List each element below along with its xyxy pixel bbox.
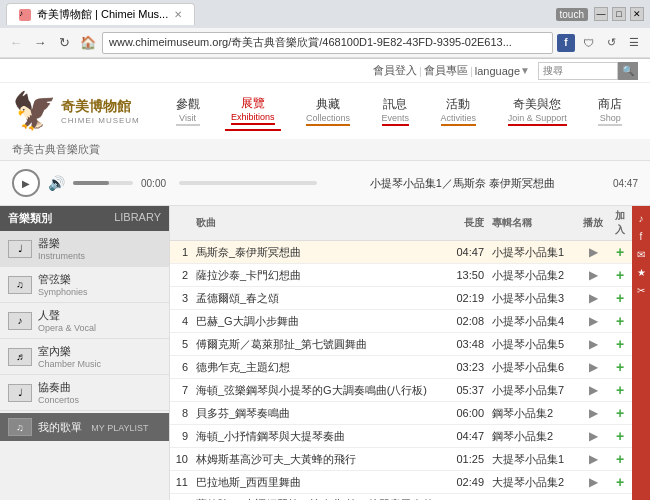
mail-icon[interactable]: ✉ [633,246,649,262]
song-play-button[interactable]: ▶ [589,314,598,328]
minimize-button[interactable]: — [594,7,608,21]
nav-cn-label: 典藏 [306,96,350,113]
reload-button[interactable]: ↻ [54,33,74,53]
song-play-button[interactable]: ▶ [589,245,598,259]
song-name[interactable]: 巴拉地斯_西西里舞曲 [192,471,448,494]
sidebar-item-symphonies[interactable]: ♫ 管弦樂 Symphonies [0,267,169,303]
facebook-icon[interactable]: f [557,34,575,52]
search-button[interactable]: 🔍 [618,62,638,80]
facebook-share-icon[interactable]: f [633,228,649,244]
home-button[interactable]: 🏠 [78,33,98,53]
song-play-button[interactable]: ▶ [589,268,598,282]
song-add-button[interactable]: + [616,382,624,398]
song-name[interactable]: 傅爾克斯／葛萊那扯_第七號圓舞曲 [192,333,448,356]
tab-close-button[interactable]: ✕ [174,9,182,20]
song-name[interactable]: 薩拉沙泰_卡門幻想曲 [192,264,448,287]
song-add-button[interactable]: + [616,405,624,421]
sidebar-item-concertos[interactable]: ♩ 協奏曲 Concertos [0,375,169,411]
song-add-button[interactable]: + [616,451,624,467]
player-bar: ▶ 🔊 00:00 小提琴小品集1／馬斯奈 泰伊斯冥想曲 04:47 [12,169,638,197]
logo-area[interactable]: 🦅 奇美博物館 CHIMEI MUSEUM [12,93,140,129]
song-name[interactable]: 巴赫_G大調小步舞曲 [192,310,448,333]
song-add-button[interactable]: + [616,267,624,283]
song-duration: 02:19 [448,287,488,310]
search-input[interactable] [538,62,618,80]
nav-item-visit[interactable]: 參觀 Visit [170,92,206,130]
progress-bar[interactable] [179,181,317,185]
back-button[interactable]: ← [6,33,26,53]
song-name[interactable]: 德弗乍克_主題幻想 [192,356,448,379]
shield-icon: 🛡 [578,33,598,53]
song-name[interactable]: 海頓_弦樂鋼琴與小提琴的G大調奏鳴曲(八行板) [192,379,448,402]
member-login-link[interactable]: 會員登入 [373,63,417,78]
song-play-button[interactable]: ▶ [589,360,598,374]
tab-favicon: ♪ [19,9,31,21]
song-play-button[interactable]: ▶ [589,406,598,420]
touch-label: touch [556,8,588,21]
song-name[interactable]: 林姆斯基高沙可夫_大黃蜂的飛行 [192,448,448,471]
song-play-button[interactable]: ▶ [589,337,598,351]
nav-item-exhibitions[interactable]: 展覽 Exhibitions [225,91,281,131]
song-add-button[interactable]: + [616,336,624,352]
member-area-link[interactable]: 會員專區 [424,63,468,78]
nav-item-activities[interactable]: 活動 Activities [435,92,483,130]
forward-button[interactable]: → [30,33,50,53]
playlist-bar[interactable]: ♫ 我的歌單 MY PLAYLIST [0,413,169,441]
sidebar-item-cn: 協奏曲 [38,380,79,395]
song-name[interactable]: 貝多芬_鋼琴奏鳴曲 [192,402,448,425]
song-play-button[interactable]: ▶ [589,429,598,443]
bookmark-icon[interactable]: ★ [633,264,649,280]
song-number: 4 [170,310,192,333]
nav-en-label: Activities [441,113,477,123]
close-button[interactable]: ✕ [630,7,644,21]
address-bar[interactable] [102,32,553,54]
sidebar-item-instruments[interactable]: ♩ 器樂 Instruments [0,231,169,267]
logo-bird-icon: 🦅 [12,93,57,129]
song-add-button[interactable]: + [616,359,624,375]
song-add-button[interactable]: + [616,313,624,329]
menu-icon[interactable]: ☰ [624,33,644,53]
browser-tab[interactable]: ♪ 奇美博物館 | Chimei Mus... ✕ [6,3,195,25]
window-controls: — □ ✕ [594,7,644,21]
tab-title: 奇美博物館 | Chimei Mus... [37,7,168,22]
nav-item-collections[interactable]: 典藏 Collections [300,92,356,130]
volume-icon[interactable]: 🔊 [48,175,65,191]
song-album: 小提琴小品集1 [488,241,578,264]
col-add: 加入 [608,206,632,241]
nav-en-label: Visit [176,113,200,123]
song-play-button[interactable]: ▶ [589,383,598,397]
sidebar-item-opera-&-vocal[interactable]: ♪ 人聲 Opera & Vocal [0,303,169,339]
nav-item-join-&-support[interactable]: 奇美與您 Join & Support [502,92,573,130]
song-play-button[interactable]: ▶ [589,452,598,466]
sidebar-item-chamber-music[interactable]: ♬ 室內樂 Chamber Music [0,339,169,375]
sidebar-items-container: ♩ 器樂 Instruments ♫ 管弦樂 Symphonies ♪ 人聲 O… [0,231,169,411]
nav-item-shop[interactable]: 商店 Shop [592,92,628,130]
song-number: 10 [170,448,192,471]
song-name[interactable]: 孟德爾頌_春之頌 [192,287,448,310]
col-album: 專輯名稱 [488,206,578,241]
music-icon[interactable]: ♪ [633,210,649,226]
song-play-button[interactable]: ▶ [589,475,598,489]
scissors-icon[interactable]: ✂ [633,282,649,298]
sidebar-item-en: Symphonies [38,287,88,297]
maximize-button[interactable]: □ [612,7,626,21]
song-name[interactable]: 海頓_小抒情鋼琴與大提琴奏曲 [192,425,448,448]
sidebar-title-cn: 音樂類別 [8,211,52,226]
sidebar-item-icon: ♩ [8,384,32,402]
song-add-button[interactable]: + [616,290,624,306]
nav-item-events[interactable]: 訊息 Events [376,92,416,130]
sidebar-item-text: 協奏曲 Concertos [38,380,79,405]
refresh-icon[interactable]: ↺ [601,33,621,53]
song-add-button[interactable]: + [616,244,624,260]
volume-slider[interactable] [73,181,133,185]
language-selector[interactable]: language [475,65,520,77]
song-album: 小提琴小品集6 [488,356,578,379]
sidebar-item-icon: ♫ [8,276,32,294]
song-name[interactable]: 馬斯奈_泰伊斯冥想曲 [192,241,448,264]
song-duration: 06:00 [448,402,488,425]
play-button[interactable]: ▶ [12,169,40,197]
song-add-button[interactable]: + [616,428,624,444]
song-add-button[interactable]: + [616,474,624,490]
song-play-button[interactable]: ▶ [589,291,598,305]
song-name[interactable]: 薩德陳_G大調鋼琴第一協奏曲 第一後單章已在的听板 [192,494,448,501]
